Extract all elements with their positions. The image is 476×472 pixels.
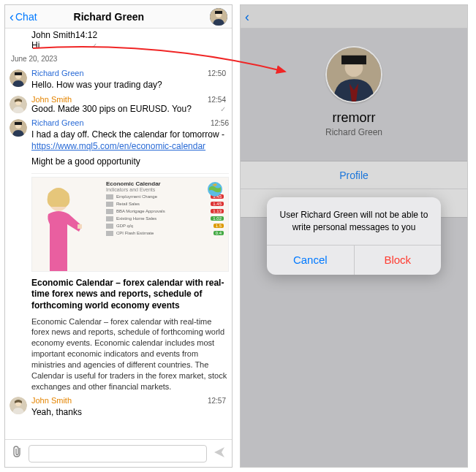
preview-title: Economic Calendar – forex calendar with … — [31, 278, 229, 312]
sender-name: Richard Green — [31, 69, 84, 77]
avatar[interactable] — [10, 397, 27, 414]
alert-message: User Richard Green will not be able to w… — [267, 197, 441, 244]
sender-name: John Smith — [31, 95, 72, 104]
modal-overlay: User Richard Green will not be able to w… — [241, 5, 467, 467]
avatar[interactable] — [10, 69, 27, 87]
header-avatar[interactable] — [210, 8, 227, 26]
send-icon[interactable] — [213, 446, 226, 462]
message-row: John Smith12:57 Yeah, thanks — [5, 393, 232, 419]
link-preview[interactable]: Economic Calendar Indicators and Events … — [31, 173, 229, 392]
message-time: 12:54 — [208, 96, 226, 104]
message-row: John Smith12:54 Good. Made 300 pips on E… — [5, 92, 232, 115]
message-text: Hello. How was your trading day? — [31, 79, 226, 91]
sender-name: Richard Green — [31, 118, 84, 127]
profile-screen: ‹ rremorr Richard Green Profile Open Cha… — [240, 4, 468, 468]
date-separator: June 20, 2023 — [5, 52, 232, 66]
message-time: 14:12 — [75, 30, 97, 40]
preview-description: Economic Calendar – forex calendar with … — [31, 316, 229, 392]
calendar-link[interactable]: https://www.mql5.com/en/economic-calenda… — [31, 141, 205, 151]
message-text: Good. Made 300 pips on EURUSD. You? — [31, 104, 192, 114]
avatar[interactable] — [10, 96, 27, 113]
globe-icon — [206, 180, 224, 198]
block-alert: User Richard Green will not be able to w… — [267, 197, 441, 274]
message-text: Hi — [31, 40, 39, 50]
chat-screen: ‹ Chat Richard Green John Smith14:12 Hi✓… — [4, 4, 233, 468]
read-check-icon: ✓ — [220, 105, 226, 113]
message-time: 12:56 — [211, 119, 229, 127]
attach-icon[interactable] — [11, 445, 23, 462]
sender-name: John Smith — [31, 30, 75, 40]
sender-name: John Smith — [31, 396, 72, 405]
message-row: Richard Green12:50 Hello. How was your t… — [5, 66, 232, 92]
chat-navbar: ‹ Chat Richard Green — [5, 5, 232, 28]
message-time: 12:50 — [208, 69, 226, 77]
message-text: I had a day off. Check the calendar for … — [31, 129, 229, 167]
chat-title: Richard Green — [8, 11, 210, 23]
message-time: 12:57 — [208, 397, 226, 405]
preview-image: Economic Calendar Indicators and Events … — [31, 177, 229, 272]
cancel-button[interactable]: Cancel — [267, 245, 355, 275]
input-bar — [5, 439, 232, 467]
message-row: John Smith14:12 Hi✓ — [5, 28, 232, 52]
message-row: Richard Green12:56 I had a day off. Chec… — [5, 115, 232, 393]
read-check-icon: ✓ — [91, 42, 97, 50]
svg-rect-10 — [15, 122, 22, 125]
chat-body[interactable]: John Smith14:12 Hi✓ June 20, 2023 Richar… — [5, 28, 232, 439]
block-button[interactable]: Block — [355, 245, 442, 275]
message-text: Yeah, thanks — [31, 406, 226, 418]
svg-rect-5 — [15, 72, 22, 75]
svg-rect-12 — [78, 224, 82, 229]
svg-rect-2 — [215, 11, 222, 14]
message-input[interactable] — [29, 445, 207, 463]
avatar[interactable] — [10, 119, 27, 137]
